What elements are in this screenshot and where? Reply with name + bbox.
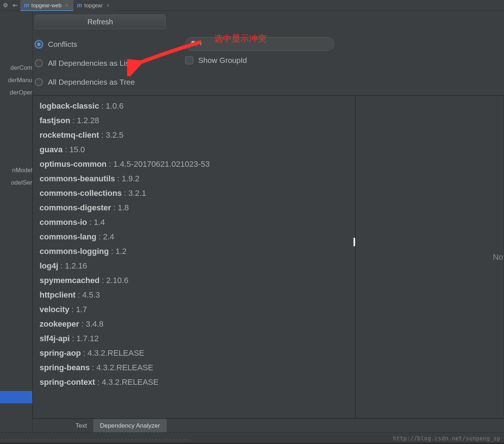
tab-topgear-web[interactable]: m topgear-web × bbox=[20, 0, 73, 11]
dependency-item[interactable]: log4j : 1.2.16 bbox=[40, 259, 355, 273]
list-item[interactable]: nModel bbox=[0, 164, 32, 177]
top-toolbar: ⚙ ⇤ m topgear-web × m topgear × bbox=[0, 0, 504, 11]
chevron-down-icon[interactable]: ▾ bbox=[200, 42, 202, 46]
radio-icon bbox=[35, 40, 43, 48]
tab-label: topgear bbox=[84, 2, 103, 8]
list-item[interactable]: odelSer bbox=[0, 177, 32, 189]
divider bbox=[0, 443, 504, 444]
dependency-item[interactable]: commons-beanutils : 1.9.2 bbox=[40, 171, 355, 186]
radio-label: Conflicts bbox=[48, 40, 77, 49]
collapse-icon[interactable]: ⇤ bbox=[11, 1, 19, 9]
controls-panel: Refresh Conflicts All Dependencies as Li… bbox=[33, 11, 504, 95]
detail-pane: Nothin bbox=[356, 96, 504, 419]
maven-icon: m bbox=[77, 2, 82, 9]
dependency-item[interactable]: optimus-common : 1.4.5-20170621.021023-5… bbox=[40, 157, 355, 171]
dependency-list[interactable]: logback-classic : 1.0.6fastjson : 1.2.28… bbox=[33, 96, 355, 418]
refresh-button[interactable]: Refresh bbox=[35, 15, 166, 29]
tab-topgear[interactable]: m topgear × bbox=[73, 0, 114, 11]
dependency-item[interactable]: zookeeper : 3.4.8 bbox=[40, 317, 355, 331]
checkbox-show-groupid[interactable]: Show GroupId bbox=[185, 56, 334, 65]
search-field[interactable]: 🔍 ▾ bbox=[185, 37, 334, 51]
dependency-item[interactable]: commons-collections : 3.2.1 bbox=[40, 186, 355, 201]
dependency-item[interactable]: httpclient : 4.5.3 bbox=[40, 288, 355, 302]
editor-tabs: m topgear-web × m topgear × bbox=[20, 0, 114, 11]
radio-icon bbox=[35, 59, 43, 67]
dependency-item[interactable]: spring-beans : 4.3.2.RELEASE bbox=[40, 360, 355, 375]
bottom-tabs: Text Dependency Analyzer bbox=[33, 419, 504, 432]
watermark: http://blog.csdn.net/sunpeng_sp bbox=[393, 435, 500, 442]
dependency-item[interactable]: guava : 15.0 bbox=[40, 142, 355, 157]
list-item[interactable]: derCom bbox=[0, 62, 32, 74]
tab-dependency-analyzer[interactable]: Dependency Analyzer bbox=[93, 419, 166, 432]
dependency-item[interactable]: fastjson : 1.2.28 bbox=[40, 113, 355, 128]
list-item[interactable]: derOper bbox=[0, 86, 32, 99]
dependency-list-panel: logback-classic : 1.0.6fastjson : 1.2.28… bbox=[33, 96, 356, 419]
dependency-item[interactable]: slf4j-api : 1.7.12 bbox=[40, 331, 355, 346]
left-cropped-panel: derCom derManu derOper nModel odelSer bbox=[0, 11, 33, 432]
radio-label: All Dependencies as List bbox=[48, 59, 131, 68]
selected-row-highlight bbox=[0, 391, 32, 403]
checkbox-icon bbox=[185, 56, 193, 64]
dependency-item[interactable]: commons-lang : 2.4 bbox=[40, 230, 355, 244]
checkbox-label: Show GroupId bbox=[198, 56, 247, 65]
search-input[interactable] bbox=[204, 41, 329, 47]
dependency-item[interactable]: commons-digester : 1.8 bbox=[40, 201, 355, 215]
dependency-item[interactable]: logback-classic : 1.0.6 bbox=[40, 99, 355, 113]
radio-conflicts[interactable]: Conflicts bbox=[35, 35, 185, 54]
radio-all-list[interactable]: All Dependencies as List bbox=[35, 54, 185, 73]
tab-label: topgear-web bbox=[31, 2, 61, 8]
dependency-item[interactable]: spymemcached : 2.10.6 bbox=[40, 273, 355, 288]
dashes: ----------------------------------------… bbox=[1, 437, 190, 443]
close-icon[interactable]: × bbox=[106, 3, 109, 8]
radio-all-tree[interactable]: All Dependencies as Tree bbox=[35, 73, 185, 92]
radio-icon bbox=[35, 78, 43, 86]
dependency-item[interactable]: spring-context : 4.3.2.RELEASE bbox=[40, 375, 355, 389]
tab-text[interactable]: Text bbox=[69, 419, 93, 432]
gear-icon[interactable]: ⚙ bbox=[1, 1, 9, 9]
dependency-item[interactable]: spring-aop : 4.3.2.RELEASE bbox=[40, 346, 355, 360]
dependency-item[interactable]: rocketmq-client : 3.2.5 bbox=[40, 128, 355, 142]
splitter-handle[interactable] bbox=[353, 238, 356, 246]
search-icon: 🔍 bbox=[191, 40, 198, 48]
close-icon[interactable]: × bbox=[65, 3, 68, 8]
dependency-item[interactable]: velocity : 1.7 bbox=[40, 302, 355, 317]
list-item[interactable]: derManu bbox=[0, 74, 32, 86]
maven-icon: m bbox=[24, 2, 29, 9]
dependency-item[interactable]: commons-logging : 1.2 bbox=[40, 244, 355, 259]
radio-label: All Dependencies as Tree bbox=[48, 78, 135, 86]
placeholder-text: Nothin bbox=[493, 253, 504, 262]
dependency-item[interactable]: commons-io : 1.4 bbox=[40, 215, 355, 230]
